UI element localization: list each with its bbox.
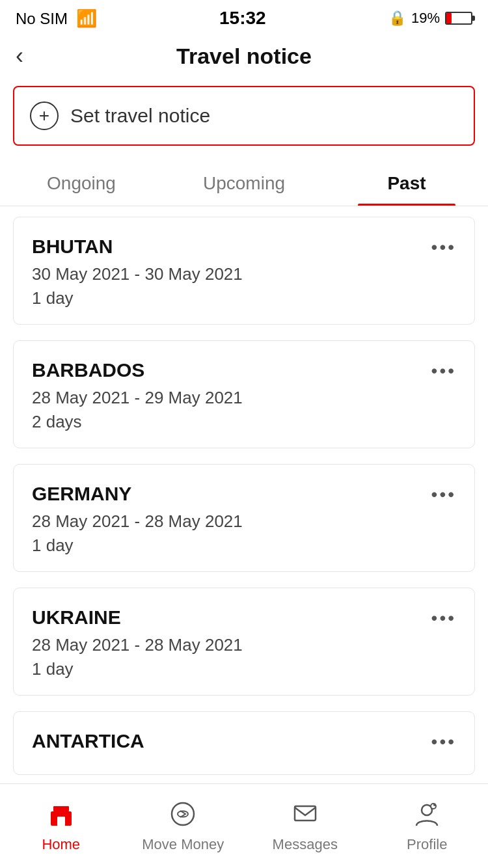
tab-ongoing[interactable]: Ongoing bbox=[0, 161, 163, 206]
card-dates: 28 May 2021 - 28 May 2021 bbox=[32, 635, 243, 655]
set-travel-notice-label: Set travel notice bbox=[70, 105, 210, 127]
card-dates: 28 May 2021 - 28 May 2021 bbox=[32, 511, 243, 532]
profile-icon bbox=[413, 800, 441, 832]
svg-rect-1 bbox=[53, 806, 69, 811]
country-name: ANTARTICA bbox=[32, 730, 144, 752]
nav-home[interactable]: Home bbox=[0, 793, 122, 860]
time-text: 15:32 bbox=[219, 8, 266, 29]
card-menu-button[interactable]: ••• bbox=[431, 236, 456, 258]
nav-messages[interactable]: Messages bbox=[244, 793, 366, 860]
battery-area: 🔒 19% bbox=[388, 10, 472, 27]
header: ‹ Travel notice bbox=[0, 34, 488, 81]
country-name: BHUTAN bbox=[32, 236, 243, 258]
nav-profile-label: Profile bbox=[407, 836, 447, 853]
travel-card-barbados: BARBADOS 28 May 2021 - 29 May 2021 2 day… bbox=[13, 340, 475, 448]
back-button[interactable]: ‹ bbox=[16, 44, 23, 68]
home-icon bbox=[47, 800, 75, 832]
travel-card-bhutan: BHUTAN 30 May 2021 - 30 May 2021 1 day •… bbox=[13, 217, 475, 325]
messages-icon bbox=[291, 800, 319, 832]
carrier-text: No SIM 📶 bbox=[16, 8, 97, 29]
nav-home-label: Home bbox=[42, 836, 80, 853]
tab-past[interactable]: Past bbox=[325, 161, 488, 206]
card-duration: 1 day bbox=[32, 659, 243, 679]
country-name: GERMANY bbox=[32, 483, 243, 505]
travel-card-germany: GERMANY 28 May 2021 - 28 May 2021 1 day … bbox=[13, 464, 475, 572]
card-menu-button[interactable]: ••• bbox=[431, 483, 456, 505]
card-dates: 30 May 2021 - 30 May 2021 bbox=[32, 264, 243, 284]
nav-messages-label: Messages bbox=[273, 836, 338, 853]
set-travel-notice-button[interactable]: + Set travel notice bbox=[13, 86, 475, 146]
card-duration: 1 day bbox=[32, 536, 243, 556]
svg-point-8 bbox=[433, 804, 436, 806]
svg-point-3 bbox=[172, 803, 194, 825]
country-name: BARBADOS bbox=[32, 359, 243, 381]
plus-icon: + bbox=[30, 102, 59, 130]
lock-icon: 🔒 bbox=[388, 10, 406, 27]
nav-move-money-label: Move Money bbox=[142, 836, 224, 853]
card-duration: 2 days bbox=[32, 412, 243, 432]
travel-cards-list: BHUTAN 30 May 2021 - 30 May 2021 1 day •… bbox=[0, 217, 488, 775]
svg-rect-2 bbox=[57, 817, 65, 826]
page-title: Travel notice bbox=[176, 44, 312, 69]
card-menu-button[interactable]: ••• bbox=[431, 359, 456, 381]
card-menu-button[interactable]: ••• bbox=[431, 606, 456, 629]
battery-percent: 19% bbox=[411, 10, 440, 27]
card-duration: 1 day bbox=[32, 288, 243, 308]
bottom-navigation: Home Move Money Messages bbox=[0, 783, 488, 868]
tabs-container: Ongoing Upcoming Past bbox=[0, 161, 488, 206]
nav-profile[interactable]: Profile bbox=[366, 793, 489, 860]
battery-icon bbox=[445, 12, 472, 25]
status-bar: No SIM 📶 15:32 🔒 19% bbox=[0, 0, 488, 34]
move-money-icon bbox=[169, 800, 197, 832]
travel-card-ukraine: UKRAINE 28 May 2021 - 28 May 2021 1 day … bbox=[13, 588, 475, 696]
tab-upcoming[interactable]: Upcoming bbox=[163, 161, 325, 206]
svg-rect-4 bbox=[295, 806, 316, 821]
country-name: UKRAINE bbox=[32, 606, 243, 629]
nav-move-money[interactable]: Move Money bbox=[122, 793, 245, 860]
card-dates: 28 May 2021 - 29 May 2021 bbox=[32, 388, 243, 408]
card-menu-button[interactable]: ••• bbox=[431, 730, 456, 752]
travel-card-antartica: ANTARTICA ••• bbox=[13, 711, 475, 775]
